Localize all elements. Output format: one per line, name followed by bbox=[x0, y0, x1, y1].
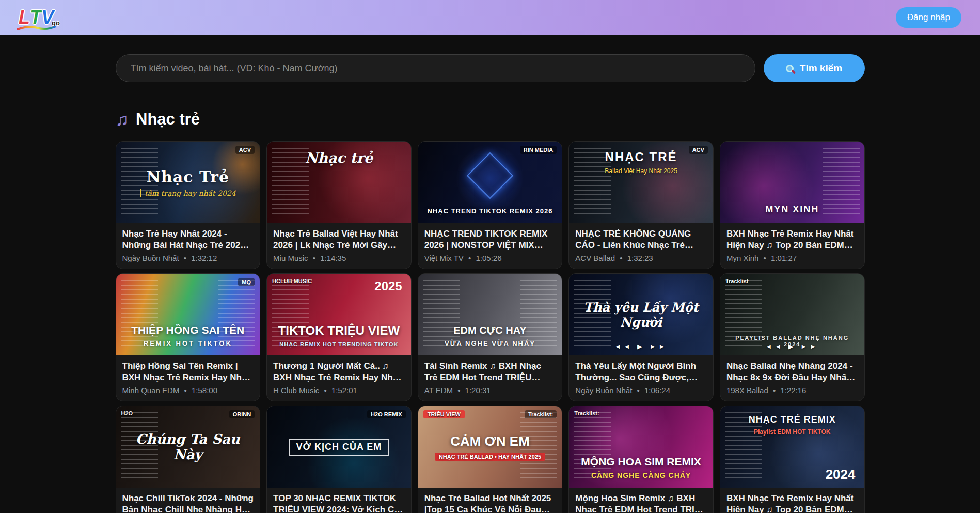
video-title[interactable]: Nhạc Ballad Nhẹ Nhàng 2024 - Nhạc 8x 9x … bbox=[726, 361, 858, 383]
video-title[interactable]: NHẠC TRẺ KHÔNG QUẢNG CÁO - Liên Khúc Nhạ… bbox=[575, 228, 707, 251]
video-card-body: BXH Nhạc Trẻ Remix Hay Nhất Hiện Nay ♫ T… bbox=[720, 223, 864, 269]
thumbnail-headline: MỘNG HOA SIM REMIX bbox=[581, 456, 701, 468]
video-card[interactable]: HCLUB MUSIC 2025 TIKTOK TRIỆU VIEW NHẠC … bbox=[266, 273, 412, 401]
thumbnail-headline: VỞ KỊCH CỦA EM bbox=[289, 439, 389, 456]
thumbnail-badge: ORINN bbox=[229, 410, 255, 418]
video-card[interactable]: MYN XINH ◄◄ ▶ ►► BXH Nhạc Trẻ Remix Hay … bbox=[720, 141, 865, 269]
video-meta: 198X Ballad • 1:22:16 bbox=[726, 386, 858, 395]
thumbnail-headline: Nhạc Trẻ bbox=[147, 168, 229, 186]
video-thumbnail[interactable]: ACV Nhạc Trẻ tâm trạng hay nhất 2024 ◄◄ … bbox=[116, 142, 260, 223]
meta-separator: • bbox=[313, 254, 315, 262]
video-card[interactable]: Thà yêu Lấy Một Người ◄◄ ▶ ►► Thà Yêu Lấ… bbox=[568, 273, 714, 401]
video-thumbnail[interactable]: RIN MEDIA NHẠC TREND TIKTOK REMIX 2026 ◄… bbox=[418, 142, 562, 223]
video-thumbnail[interactable]: Tracklist PLAYLIST BALLAD NHẸ NHÀNG 2024… bbox=[720, 274, 864, 355]
video-card[interactable]: 2024 NHẠC TRẺ REMIX Playlist EDM HOT TIK… bbox=[720, 406, 865, 513]
thumbnail-corner-label: H2O bbox=[121, 410, 133, 416]
meta-separator: • bbox=[324, 386, 326, 395]
thumbnail-badge: 2025 bbox=[371, 278, 405, 294]
video-title[interactable]: TOP 30 NHẠC REMIX TIKTOK TRIỆU VIEW 2024… bbox=[273, 493, 405, 513]
meta-separator: • bbox=[468, 254, 471, 262]
video-card[interactable]: ACV Nhạc Trẻ tâm trạng hay nhất 2024 ◄◄ … bbox=[116, 141, 261, 269]
thumbnail-headline: CẢM ƠN EM bbox=[450, 433, 530, 449]
video-thumbnail[interactable]: Nhạc trẻ ◄◄ ▶ ►► bbox=[267, 142, 411, 223]
thumbnail-badge: ACV bbox=[235, 146, 255, 154]
thumbnail-subline: tâm trạng hay nhất 2024 bbox=[140, 189, 236, 197]
video-title[interactable]: Thiệp Hồng Sai Tên Remix | BXH Nhạc Trẻ … bbox=[122, 361, 254, 383]
video-duration: 1:06:24 bbox=[644, 386, 670, 395]
login-button[interactable]: Đăng nhập bbox=[896, 7, 961, 28]
thumbnail-headline: Thà yêu Lấy Một Người bbox=[577, 300, 705, 330]
diamond-shape bbox=[467, 152, 514, 199]
video-thumbnail[interactable]: EDM CỰC HAY VỪA NGHE VỪA NHÁY ◄◄ ▶ ►► bbox=[418, 274, 562, 355]
search-input[interactable] bbox=[116, 54, 755, 82]
video-card[interactable]: H2O REMIX VỞ KỊCH CỦA EM ◄◄ ▶ ►► TOP 30 … bbox=[266, 406, 412, 513]
video-thumbnail[interactable]: TRIỆU VIEW Tracklist: CẢM ƠN EM NHẠC TRẺ… bbox=[418, 406, 562, 488]
video-title[interactable]: Mộng Hoa Sim Remix ♫ BXH Nhạc Trẻ EDM Ho… bbox=[575, 493, 707, 513]
video-card[interactable]: MQ THIỆP HỒNG SAI TÊN REMIX HOT TIKTOK ◄… bbox=[116, 273, 261, 401]
video-thumbnail[interactable]: Tracklist: MỘNG HOA SIM REMIX CÀNG NGHE … bbox=[569, 406, 713, 488]
ltv-logo[interactable]: L T V go bbox=[19, 8, 60, 27]
meta-separator: • bbox=[773, 386, 776, 395]
video-title[interactable]: Tái Sinh Remix ♫ BXH Nhạc Trẻ EDM Hot Tr… bbox=[424, 361, 556, 383]
video-thumbnail[interactable]: 2024 NHẠC TRẺ REMIX Playlist EDM HOT TIK… bbox=[720, 406, 864, 488]
video-card[interactable]: Tracklist: MỘNG HOA SIM REMIX CÀNG NGHE … bbox=[568, 406, 714, 513]
video-title[interactable]: Nhạc Trẻ Ballad Việt Hay Nhất 2026 | Lk … bbox=[273, 228, 405, 251]
section-header: ♫ Nhạc trẻ bbox=[116, 109, 865, 130]
video-thumbnail[interactable]: ACV NHẠC TRẺ Ballad Việt Hay Nhất 2025 ◄… bbox=[569, 142, 713, 223]
video-card[interactable]: RIN MEDIA NHẠC TREND TIKTOK REMIX 2026 ◄… bbox=[418, 141, 563, 269]
video-card[interactable]: ACV NHẠC TRẺ Ballad Việt Hay Nhất 2025 ◄… bbox=[568, 141, 714, 269]
video-thumbnail[interactable]: H2O REMIX VỞ KỊCH CỦA EM ◄◄ ▶ ►► bbox=[267, 406, 411, 488]
video-card[interactable]: H2O ORINN Chúng Ta Sau Này ◄◄ ▶ ►► Nhạc … bbox=[116, 406, 261, 513]
channel-name: ACV Ballad bbox=[575, 254, 615, 262]
channel-name: Việt Mix TV bbox=[424, 254, 464, 262]
video-thumbnail[interactable]: MQ THIỆP HỒNG SAI TÊN REMIX HOT TIKTOK ◄… bbox=[116, 274, 260, 355]
player-controls-icon: ◄◄ ▶ ►► bbox=[720, 343, 864, 350]
video-thumbnail[interactable]: Thà yêu Lấy Một Người ◄◄ ▶ ►► bbox=[569, 274, 713, 355]
thumbnail-tracklist-left bbox=[423, 280, 460, 349]
video-title[interactable]: Thương 1 Người Mất Cả.. ♫ BXH Nhạc Trẻ R… bbox=[273, 361, 405, 383]
thumbnail-subline: REMIX HOT TIKTOK bbox=[144, 339, 232, 347]
video-thumbnail[interactable]: HCLUB MUSIC 2025 TIKTOK TRIỆU VIEW NHẠC … bbox=[267, 274, 411, 355]
video-title[interactable]: NHẠC TREND TIKTOK REMIX 2026 | NONSTOP V… bbox=[424, 228, 556, 251]
video-title[interactable]: Nhạc Trẻ Hay Nhất 2024 - Những Bài Hát N… bbox=[122, 228, 254, 251]
video-meta: Ngày Buồn Nhất • 1:06:24 bbox=[575, 386, 707, 395]
thumbnail-subline: Playlist EDM HOT TIKTOK bbox=[754, 428, 830, 436]
video-title[interactable]: Nhạc Trẻ Ballad Hot Nhất 2025 |Top 15 Ca… bbox=[424, 493, 556, 513]
thumbnail-tracklist-left bbox=[272, 148, 309, 217]
thumbnail-corner-label: HCLUB MUSIC bbox=[272, 278, 312, 284]
video-duration: 1:32:12 bbox=[191, 254, 217, 262]
video-title[interactable]: BXH Nhạc Trẻ Remix Hay Nhất Hiện Nay ♫ T… bbox=[726, 228, 858, 251]
video-card-body: Tái Sinh Remix ♫ BXH Nhạc Trẻ EDM Hot Tr… bbox=[418, 355, 562, 401]
video-meta: Minh Quan EDM • 1:58:00 bbox=[122, 386, 254, 395]
video-card-body: Nhạc Ballad Nhẹ Nhàng 2024 - Nhạc 8x 9x … bbox=[720, 355, 864, 401]
thumbnail-subline: VỪA NGHE VỪA NHÁY bbox=[445, 339, 535, 347]
video-title[interactable]: BXH Nhạc Trẻ Remix Hay Nhất Hiện Nay ♫ T… bbox=[726, 493, 858, 513]
channel-name: Minh Quan EDM bbox=[122, 386, 180, 395]
video-grid: ACV Nhạc Trẻ tâm trạng hay nhất 2024 ◄◄ … bbox=[116, 141, 865, 513]
video-card[interactable]: TRIỆU VIEW Tracklist: CẢM ƠN EM NHẠC TRẺ… bbox=[418, 406, 563, 513]
thumbnail-headline: NHẠC TREND TIKTOK REMIX 2026 bbox=[427, 207, 552, 215]
video-duration: 1:52:01 bbox=[331, 386, 357, 395]
video-duration: 1:05:26 bbox=[476, 254, 501, 262]
thumbnail-subline: NHẠC REMIX HOT TRENDING TIKTOK bbox=[279, 341, 398, 347]
video-card[interactable]: EDM CỰC HAY VỪA NGHE VỪA NHÁY ◄◄ ▶ ►► Tá… bbox=[418, 273, 563, 401]
search-button[interactable]: Tìm kiếm bbox=[764, 54, 865, 82]
section-title: Nhạc trẻ bbox=[136, 110, 200, 129]
video-meta: Ngày Buồn Nhất • 1:32:12 bbox=[122, 254, 254, 262]
video-thumbnail[interactable]: H2O ORINN Chúng Ta Sau Này ◄◄ ▶ ►► bbox=[116, 406, 260, 488]
thumbnail-headline: NHẠC TRẺ REMIX bbox=[749, 414, 836, 425]
video-card[interactable]: Nhạc trẻ ◄◄ ▶ ►► Nhạc Trẻ Ballad Việt Ha… bbox=[266, 141, 412, 269]
video-card[interactable]: Tracklist PLAYLIST BALLAD NHẸ NHÀNG 2024… bbox=[720, 273, 865, 401]
video-card-body: Nhạc Trẻ Ballad Việt Hay Nhất 2026 | Lk … bbox=[267, 223, 411, 269]
meta-separator: • bbox=[764, 254, 766, 262]
video-meta: ACV Ballad • 1:32:23 bbox=[575, 254, 707, 262]
thumbnail-badge: RIN MEDIA bbox=[520, 146, 557, 154]
video-title[interactable]: Thà Yêu Lấy Một Người Bình Thường... Sao… bbox=[575, 361, 707, 383]
thumbnail-tracklist-left bbox=[121, 280, 158, 349]
video-title[interactable]: Nhạc Chill TikTok 2024 - Những Bản Nhạc … bbox=[122, 493, 254, 513]
channel-name: Myn Xinh bbox=[726, 254, 759, 262]
video-thumbnail[interactable]: MYN XINH ◄◄ ▶ ►► bbox=[720, 142, 864, 223]
thumbnail-headline: EDM CỰC HAY bbox=[453, 324, 526, 336]
channel-name: AT EDM bbox=[424, 386, 453, 395]
channel-name: Ngày Buồn Nhất bbox=[575, 386, 632, 395]
